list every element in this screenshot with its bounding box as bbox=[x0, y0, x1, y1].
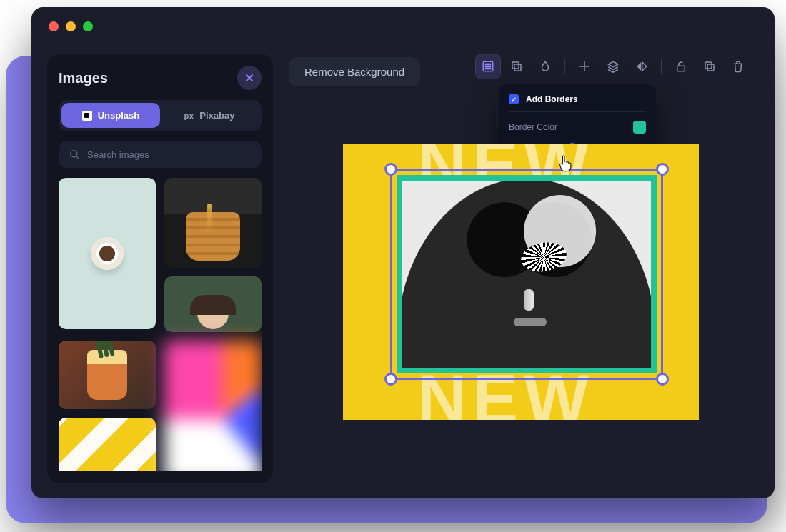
svg-point-2 bbox=[485, 64, 487, 65]
svg-rect-12 bbox=[514, 64, 521, 71]
search-field[interactable] bbox=[59, 141, 262, 168]
svg-rect-15 bbox=[705, 62, 712, 69]
toolbar-separator bbox=[661, 59, 662, 74]
shadow-icon bbox=[510, 60, 523, 73]
minimize-window-dot[interactable] bbox=[66, 21, 76, 31]
result-thumb[interactable] bbox=[164, 276, 262, 332]
resize-handle-tr[interactable] bbox=[656, 163, 669, 176]
app-window: Images Unsplash px Pixabay bbox=[31, 7, 775, 498]
border-color-swatch[interactable] bbox=[633, 121, 646, 134]
svg-point-10 bbox=[489, 68, 491, 69]
layers-tool-button[interactable] bbox=[601, 54, 625, 79]
svg-point-6 bbox=[487, 66, 489, 67]
flip-icon bbox=[635, 60, 648, 73]
svg-rect-14 bbox=[707, 64, 714, 71]
svg-rect-11 bbox=[512, 62, 519, 69]
toolbar-separator bbox=[564, 59, 565, 74]
tint-tool-button[interactable] bbox=[533, 54, 557, 79]
resize-handle-br[interactable] bbox=[656, 373, 669, 386]
svg-point-3 bbox=[487, 64, 489, 65]
svg-point-4 bbox=[489, 64, 491, 65]
resize-handle-bl[interactable] bbox=[384, 373, 397, 386]
add-borders-checkbox[interactable]: ✓ bbox=[509, 94, 519, 104]
selection-frame[interactable] bbox=[390, 169, 663, 380]
close-window-dot[interactable] bbox=[49, 21, 59, 31]
crop-icon bbox=[578, 60, 591, 73]
svg-rect-13 bbox=[677, 66, 685, 71]
remove-background-button[interactable]: Remove Background bbox=[289, 57, 420, 86]
search-icon bbox=[69, 149, 80, 160]
result-thumb[interactable] bbox=[59, 418, 156, 471]
search-input[interactable] bbox=[87, 149, 252, 160]
layers-icon bbox=[607, 60, 620, 73]
tab-unsplash-label: Unsplash bbox=[98, 110, 140, 121]
trash-icon bbox=[732, 60, 745, 73]
shadow-tool-button[interactable] bbox=[504, 54, 529, 79]
tab-pixabay-label: Pixabay bbox=[199, 110, 234, 121]
svg-point-9 bbox=[487, 68, 489, 69]
result-thumb[interactable] bbox=[59, 341, 156, 409]
drop-icon bbox=[539, 60, 552, 73]
crop-tool-button[interactable] bbox=[572, 54, 597, 79]
flip-tool-button[interactable] bbox=[630, 54, 654, 79]
pixabay-icon: px bbox=[184, 111, 194, 120]
resize-handle-tl[interactable] bbox=[384, 163, 397, 176]
close-panel-button[interactable] bbox=[237, 66, 262, 90]
add-borders-title: Add Borders bbox=[526, 94, 578, 104]
duplicate-tool-button[interactable] bbox=[697, 54, 722, 79]
images-panel-title: Images bbox=[59, 70, 108, 86]
result-thumb[interactable] bbox=[164, 178, 262, 268]
border-color-label: Border Color bbox=[509, 122, 557, 132]
image-results-grid bbox=[59, 178, 262, 471]
copy-icon bbox=[703, 60, 716, 73]
svg-point-7 bbox=[489, 66, 491, 67]
unsplash-icon bbox=[82, 111, 92, 121]
images-panel: Images Unsplash px Pixabay bbox=[47, 54, 273, 483]
svg-point-8 bbox=[485, 68, 487, 69]
border-tool-button[interactable] bbox=[476, 54, 500, 79]
svg-point-5 bbox=[485, 66, 487, 67]
window-traffic-lights bbox=[49, 21, 93, 31]
delete-tool-button[interactable] bbox=[726, 54, 750, 79]
image-toolbar bbox=[476, 54, 750, 79]
selected-image[interactable] bbox=[397, 175, 657, 373]
unlock-icon bbox=[675, 60, 687, 73]
source-tabs: Unsplash px Pixabay bbox=[59, 100, 262, 131]
svg-point-0 bbox=[71, 151, 77, 157]
tab-unsplash[interactable]: Unsplash bbox=[61, 103, 160, 128]
tab-pixabay[interactable]: px Pixabay bbox=[160, 103, 259, 128]
maximize-window-dot[interactable] bbox=[83, 21, 93, 31]
lock-tool-button[interactable] bbox=[669, 54, 693, 79]
result-thumb[interactable] bbox=[164, 341, 262, 471]
result-thumb[interactable] bbox=[59, 178, 156, 329]
border-icon bbox=[482, 60, 494, 73]
close-icon bbox=[244, 72, 255, 84]
